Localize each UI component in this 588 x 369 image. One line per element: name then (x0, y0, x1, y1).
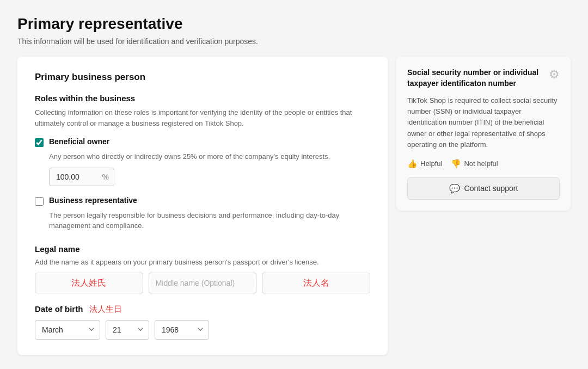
feedback-row: 👍 Helpful 👎 Not helpful (407, 159, 560, 169)
business-rep-desc: The person legally responsible for busin… (49, 210, 370, 231)
business-rep-label: Business representative (49, 196, 137, 205)
beneficial-owner-row: Beneficial owner (35, 137, 370, 147)
helpful-label: Helpful (420, 159, 442, 168)
dob-month-select[interactable]: January February March April May June Ju… (35, 320, 100, 340)
business-rep-checkbox[interactable] (35, 197, 44, 206)
percent-input-wrapper: % (49, 168, 114, 186)
legal-name-section: Legal name Add the name as it appears on… (35, 244, 370, 293)
form-section-title: Primary business person (35, 72, 370, 83)
contact-support-button[interactable]: 💬 Contact support (407, 177, 560, 200)
page-subtitle: This information will be used for identi… (17, 37, 571, 46)
dob-day-select[interactable]: 1234 5678 9101112 13141516 17181920 2122… (106, 320, 149, 340)
helpful-button[interactable]: 👍 Helpful (407, 159, 442, 169)
legal-name-desc: Add the name as it appears on your prima… (35, 258, 370, 266)
beneficial-owner-label: Beneficial owner (49, 137, 109, 146)
roles-description: Collecting information on these roles is… (35, 107, 370, 128)
contact-support-label: Contact support (464, 184, 518, 193)
first-name-input[interactable] (35, 273, 143, 293)
middle-name-input[interactable] (149, 273, 257, 293)
dob-year-select[interactable]: 1960196119621963 1964196519661967 196819… (155, 320, 209, 340)
thumbs-down-icon: 👎 (451, 159, 461, 169)
help-panel-header: Social security number or individual tax… (407, 67, 560, 89)
last-name-input[interactable] (262, 273, 370, 293)
name-fields: 法人姓氏 法人名 (35, 273, 370, 293)
roles-title: Roles within the business (35, 94, 370, 103)
legal-name-title: Legal name (35, 244, 370, 254)
dob-section: Date of birth 法人生日 January February Marc… (35, 304, 370, 340)
beneficial-owner-desc: Any person who directly or indirectly ow… (49, 151, 370, 162)
help-panel: Social security number or individual tax… (396, 57, 571, 211)
not-helpful-button[interactable]: 👎 Not helpful (451, 159, 498, 169)
business-rep-row: Business representative (35, 196, 370, 206)
percent-input[interactable] (49, 168, 114, 186)
thumbs-up-icon: 👍 (407, 159, 418, 169)
dob-fields: January February March April May June Ju… (35, 320, 370, 340)
not-helpful-label: Not helpful (464, 159, 498, 168)
form-card: Primary business person Roles within the… (17, 57, 388, 355)
help-title: Social security number or individual tax… (407, 67, 549, 89)
beneficial-owner-checkbox[interactable] (35, 138, 44, 147)
help-body: TikTok Shop is required to collect socia… (407, 95, 560, 150)
gear-icon: ⚙ (549, 67, 560, 82)
middle-name-container (149, 273, 257, 293)
last-name-container: 法人名 (262, 273, 370, 293)
roles-section: Roles within the business Collecting inf… (35, 94, 370, 231)
first-name-container: 法人姓氏 (35, 273, 143, 293)
dob-title: Date of birth (35, 304, 83, 313)
message-icon: 💬 (449, 183, 460, 194)
page-title: Primary representative (17, 15, 571, 33)
dob-title-overlay: 法人生日 (89, 304, 122, 313)
